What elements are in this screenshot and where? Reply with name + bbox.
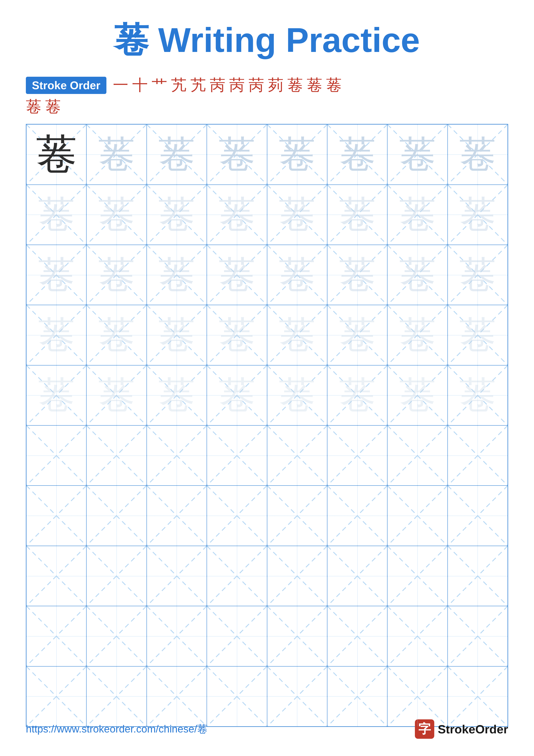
grid-cell[interactable] <box>147 666 207 726</box>
grid-cell[interactable] <box>87 606 146 666</box>
grid-cell[interactable]: 菤 <box>387 245 447 305</box>
grid-cell[interactable] <box>26 666 87 726</box>
grid-cell[interactable] <box>447 606 508 666</box>
svg-line-152 <box>267 666 327 726</box>
grid-cell[interactable]: 菤 <box>26 365 87 425</box>
grid-cell[interactable] <box>387 425 447 486</box>
grid-cell[interactable]: 菤 <box>327 245 387 305</box>
grid-cell[interactable]: 菤 <box>207 185 267 245</box>
grid-cell[interactable] <box>26 486 87 546</box>
grid-cell[interactable] <box>327 606 387 666</box>
grid-cell[interactable]: 菤 <box>207 124 267 184</box>
grid-cell[interactable] <box>267 546 327 606</box>
grid-cell[interactable] <box>387 546 447 606</box>
grid-cell[interactable] <box>267 425 327 486</box>
grid-cell[interactable]: 菤 <box>327 305 387 365</box>
grid-cell[interactable] <box>447 486 508 546</box>
grid-cell[interactable]: 菤 <box>327 124 387 184</box>
grid-cell[interactable]: 菤 <box>26 124 87 184</box>
grid-cell[interactable]: 菤 <box>447 365 508 425</box>
grid-cell[interactable]: 菤 <box>447 305 508 365</box>
grid-cell[interactable] <box>207 425 267 486</box>
grid-cell[interactable] <box>207 546 267 606</box>
grid-cell[interactable] <box>447 546 508 606</box>
grid-cell[interactable] <box>327 425 387 486</box>
grid-cell[interactable]: 菤 <box>147 124 207 184</box>
practice-char: 菤 <box>399 136 436 173</box>
grid-cell[interactable] <box>26 606 87 666</box>
grid-cell[interactable] <box>87 666 146 726</box>
svg-line-102 <box>207 486 267 546</box>
grid-cell[interactable]: 菤 <box>327 185 387 245</box>
grid-cell[interactable] <box>87 425 146 486</box>
grid-cell[interactable]: 菤 <box>447 185 508 245</box>
grid-cell[interactable]: 菤 <box>267 124 327 184</box>
svg-line-98 <box>87 486 146 546</box>
grid-cell[interactable] <box>207 486 267 546</box>
grid-cell[interactable] <box>387 666 447 726</box>
grid-cell[interactable]: 菤 <box>447 124 508 184</box>
svg-line-114 <box>87 546 146 606</box>
practice-char: 菤 <box>158 196 195 233</box>
grid-cell[interactable]: 菤 <box>207 245 267 305</box>
practice-char: 菤 <box>339 196 376 233</box>
grid-cell[interactable] <box>26 425 87 486</box>
practice-char: 菤 <box>158 257 195 293</box>
practice-char: 菤 <box>36 134 77 175</box>
svg-line-145 <box>27 666 86 726</box>
grid-cell[interactable]: 菤 <box>147 185 207 245</box>
grid-cell[interactable] <box>87 546 146 606</box>
svg-line-125 <box>388 546 447 606</box>
grid-cell[interactable]: 菤 <box>87 305 146 365</box>
grid-cell[interactable]: 菤 <box>147 365 207 425</box>
grid-cell[interactable]: 菤 <box>26 245 87 305</box>
grid-cell[interactable]: 菤 <box>87 245 146 305</box>
grid-cell[interactable]: 菤 <box>207 305 267 365</box>
grid-cell[interactable] <box>327 486 387 546</box>
practice-char: 菤 <box>158 317 195 353</box>
grid-cell[interactable] <box>387 606 447 666</box>
grid-cell[interactable]: 菤 <box>87 365 146 425</box>
grid-cell[interactable] <box>267 606 327 666</box>
grid-cell[interactable]: 菤 <box>26 185 87 245</box>
practice-char: 菤 <box>158 136 195 173</box>
grid-row <box>26 546 508 606</box>
practice-grid: 菤菤菤菤菤菤菤菤菤菤菤菤菤菤菤菤菤菤菤菤菤菤菤菤菤菤菤菤菤菤菤菤菤菤菤菤菤菤菤菤 <box>26 124 508 727</box>
grid-cell[interactable]: 菤 <box>147 245 207 305</box>
grid-cell[interactable] <box>87 486 146 546</box>
grid-cell[interactable] <box>387 486 447 546</box>
grid-cell[interactable] <box>327 666 387 726</box>
grid-cell[interactable]: 菤 <box>387 365 447 425</box>
grid-cell[interactable] <box>267 486 327 546</box>
grid-cell[interactable] <box>267 666 327 726</box>
svg-line-137 <box>267 606 327 666</box>
grid-cell[interactable] <box>207 606 267 666</box>
svg-line-128 <box>27 606 86 666</box>
grid-cell[interactable]: 菤 <box>387 185 447 245</box>
grid-cell[interactable] <box>207 666 267 726</box>
grid-cell[interactable]: 菤 <box>267 305 327 365</box>
grid-cell[interactable]: 菤 <box>87 124 146 184</box>
grid-cell[interactable] <box>26 546 87 606</box>
grid-cell[interactable]: 菤 <box>267 185 327 245</box>
grid-cell[interactable]: 菤 <box>207 365 267 425</box>
grid-cell[interactable] <box>147 486 207 546</box>
grid-cell[interactable]: 菤 <box>267 365 327 425</box>
grid-cell[interactable] <box>327 546 387 606</box>
grid-cell[interactable]: 菤 <box>387 124 447 184</box>
grid-cell[interactable]: 菤 <box>447 245 508 305</box>
grid-cell[interactable] <box>447 666 508 726</box>
svg-line-108 <box>388 486 447 546</box>
grid-cell[interactable]: 菤 <box>267 245 327 305</box>
svg-line-81 <box>27 426 86 485</box>
grid-cell[interactable]: 菤 <box>147 305 207 365</box>
grid-cell[interactable] <box>147 425 207 486</box>
grid-cell[interactable]: 菤 <box>87 185 146 245</box>
grid-cell[interactable]: 菤 <box>327 365 387 425</box>
grid-cell[interactable] <box>147 606 207 666</box>
grid-cell[interactable]: 菤 <box>387 305 447 365</box>
grid-cell[interactable] <box>147 546 207 606</box>
grid-cell[interactable]: 菤 <box>26 305 87 365</box>
svg-line-156 <box>388 666 447 726</box>
grid-cell[interactable] <box>447 425 508 486</box>
